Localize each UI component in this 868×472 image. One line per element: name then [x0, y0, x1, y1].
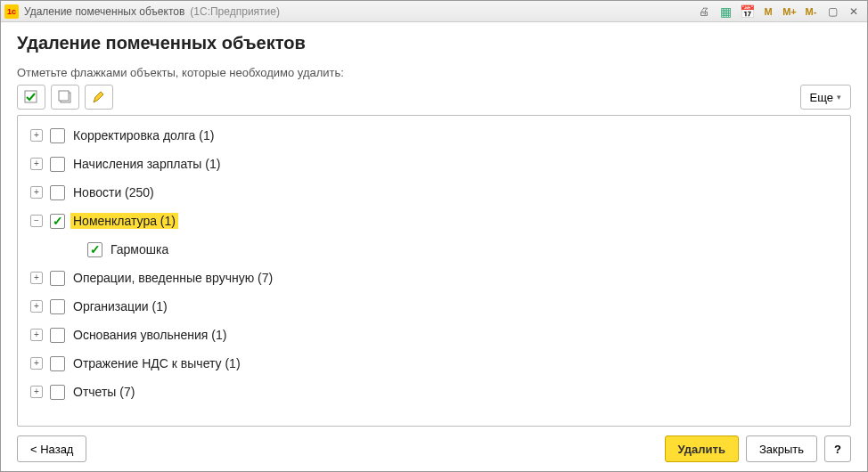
tree-item-label: Отражение НДС к вычету (1) [70, 355, 243, 371]
collapse-icon[interactable]: − [30, 215, 43, 227]
tree-item-label: Гармошка [108, 241, 171, 257]
tree-item-label: Основания увольнения (1) [70, 327, 229, 343]
tree-item-label: Операции, введенные вручную (7) [70, 270, 275, 286]
maximize-button[interactable]: ▢ [823, 4, 842, 20]
help-button[interactable]: ? [824, 435, 851, 462]
toolbar: Еще ▾ [17, 85, 851, 110]
print-icon[interactable]: 🖨 [694, 4, 714, 20]
checkbox[interactable] [50, 214, 65, 229]
instruction-text: Отметьте флажками объекты, которые необх… [17, 66, 851, 79]
calendar-icon[interactable]: 📅 [737, 4, 757, 20]
close-window-button[interactable]: ✕ [844, 4, 864, 20]
page-title: Удаление помеченных объектов [17, 33, 851, 53]
expand-spacer [68, 243, 80, 256]
checkbox[interactable] [50, 385, 65, 400]
close-button[interactable]: Закрыть [746, 435, 817, 462]
svg-rect-0 [25, 91, 37, 102]
titlebar: 1c Удаление помеченных объектов (1С:Пред… [1, 1, 867, 22]
memory-mplus-button[interactable]: M+ [780, 4, 799, 20]
memory-m-button[interactable]: M [758, 4, 778, 20]
checkbox[interactable] [50, 185, 65, 200]
footer: < Назад Удалить Закрыть ? [17, 427, 851, 462]
deselect-all-button[interactable] [51, 85, 79, 110]
expand-icon[interactable]: + [30, 158, 43, 170]
tree-row[interactable]: +Организации (1) [18, 292, 850, 321]
checkbox[interactable] [50, 157, 65, 172]
calc-icon[interactable]: ▦ [716, 4, 735, 20]
deselect-all-icon [58, 90, 72, 104]
delete-button[interactable]: Удалить [665, 435, 739, 462]
more-label: Еще [810, 91, 833, 104]
pencil-icon [92, 90, 106, 104]
tree-item-label: Начисления зарплаты (1) [70, 156, 223, 172]
select-all-icon [24, 90, 38, 104]
tree-row[interactable]: −Номенклатура (1) [18, 207, 850, 235]
window-app-suffix: (1С:Предприятие) [190, 5, 280, 18]
chevron-down-icon: ▾ [837, 93, 841, 102]
checkbox[interactable] [50, 356, 65, 371]
tree-item-label: Номенклатура (1) [70, 213, 178, 229]
checkbox[interactable] [50, 328, 65, 343]
checkbox[interactable] [50, 299, 65, 314]
tree-row[interactable]: +Новости (250) [18, 178, 850, 207]
expand-icon[interactable]: + [30, 357, 43, 370]
window-title: Удаление помеченных объектов [24, 5, 184, 18]
svg-rect-2 [59, 91, 69, 101]
expand-icon[interactable]: + [30, 129, 43, 142]
expand-icon[interactable]: + [30, 386, 43, 398]
more-menu-button[interactable]: Еще ▾ [800, 85, 851, 110]
expand-icon[interactable]: + [30, 272, 43, 284]
checkbox[interactable] [50, 271, 65, 286]
edit-button[interactable] [85, 85, 113, 110]
checkbox[interactable] [50, 128, 65, 143]
tree-item-label: Корректировка долга (1) [70, 127, 217, 143]
tree-row[interactable]: +Начисления зарплаты (1) [18, 150, 850, 178]
tree-row[interactable]: +Основания увольнения (1) [18, 321, 850, 349]
tree-row[interactable]: +Корректировка долга (1) [18, 121, 850, 150]
app-logo: 1c [4, 4, 19, 19]
tree-row[interactable]: +Отчеты (7) [18, 378, 850, 406]
tree-item-label: Отчеты (7) [70, 384, 137, 400]
tree-row[interactable]: Гармошка [18, 235, 850, 264]
checkbox[interactable] [87, 242, 102, 257]
expand-icon[interactable]: + [30, 186, 43, 199]
tree-item-label: Новости (250) [70, 184, 157, 200]
memory-mminus-button[interactable]: M- [801, 4, 821, 20]
expand-icon[interactable]: + [30, 300, 43, 313]
select-all-button[interactable] [17, 85, 45, 110]
tree-row[interactable]: +Отражение НДС к вычету (1) [18, 349, 850, 378]
back-button[interactable]: < Назад [17, 435, 86, 462]
tree-item-label: Организации (1) [70, 298, 170, 314]
object-tree[interactable]: +Корректировка долга (1)+Начисления зарп… [17, 115, 851, 427]
expand-icon[interactable]: + [30, 329, 43, 341]
tree-row[interactable]: +Операции, введенные вручную (7) [18, 264, 850, 292]
